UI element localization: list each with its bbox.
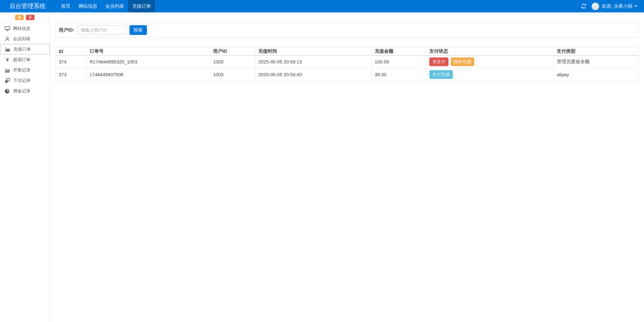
col-header-order-no: 订单号	[86, 48, 210, 55]
sidebar-item-label: 开奖记录	[13, 67, 30, 73]
monitor-icon	[5, 26, 10, 31]
cell-user-id: 1003	[210, 55, 255, 68]
brand-title: 后台管理系统	[0, 0, 46, 13]
welcome-text: 欢迎, 永夜小组	[602, 3, 632, 9]
nav-tab-recharge-orders[interactable]: 充值订单	[128, 0, 155, 13]
status-badge: 支付完成	[429, 70, 453, 79]
cell-order-no: 1746449407506	[86, 68, 210, 81]
cell-amount: 38.00	[372, 68, 426, 81]
nav-tab-site-info[interactable]: 网站信息	[74, 0, 101, 13]
trash-icon	[28, 16, 32, 19]
sidebar-item-label: 充值订单	[14, 46, 31, 52]
search-button[interactable]: 搜索	[129, 25, 147, 35]
yen-icon: ¥	[5, 57, 10, 63]
sidebar-item-recharge-orders[interactable]: 充值订单	[0, 44, 50, 54]
table-row: 374R174644995320_100310032025-05-05 20:5…	[56, 55, 638, 68]
home-button[interactable]	[15, 15, 24, 20]
sidebar-menu: 网站信息 会员列表 充值订单	[0, 23, 50, 96]
sidebar-item-member-list[interactable]: 会员列表	[0, 34, 50, 44]
cell-amount: 100.00	[372, 55, 426, 68]
col-header-recharge-time: 充值时间	[255, 48, 372, 55]
navbar-right: 欢迎, 永夜小组	[581, 0, 644, 13]
cell-pay-type: 管理员更改余额	[554, 55, 638, 68]
cell-user-id: 1003	[210, 68, 255, 81]
col-header-id: ID	[56, 48, 86, 55]
sidebar-item-commission-records[interactable]: 佣金记录	[0, 86, 50, 96]
user-menu[interactable]: 欢迎, 永夜小组	[602, 3, 637, 9]
top-navbar: 后台管理系统 首页 网站信息 会员列表 充值订单	[0, 0, 644, 13]
home-icon	[18, 16, 21, 19]
cell-recharge-time: 2025-05-05 20:50:40	[255, 68, 372, 81]
pie-chart-icon	[5, 88, 10, 94]
sidebar-item-label: 下注记录	[13, 77, 30, 83]
nav-tab-member-list[interactable]: 会员列表	[101, 0, 128, 13]
app-window: 后台管理系统 首页 网站信息 会员列表 充值订单	[0, 0, 644, 322]
cell-id: 374	[56, 55, 86, 68]
area-chart-icon	[5, 47, 10, 52]
user-icon	[5, 36, 10, 42]
col-header-pay-status: 支付状态	[426, 48, 554, 55]
delete-button[interactable]	[26, 15, 34, 20]
orders-table: ID 订单号 用户ID 充值时间 充值金额 支付状态 支付类型 374R1746…	[55, 47, 639, 81]
status-badge: 未支付	[429, 58, 448, 66]
col-header-user-id: 用户ID	[210, 48, 255, 55]
nav-tab-home[interactable]: 首页	[57, 0, 74, 13]
orders-table-body: 374R174644995320_100310032025-05-05 20:5…	[56, 55, 638, 81]
cell-pay-status: 支付完成	[426, 68, 554, 81]
refresh-icon[interactable]	[581, 3, 587, 9]
col-header-amount: 充值金额	[372, 48, 426, 55]
sidebar-item-lottery-records[interactable]: 开奖记录	[0, 65, 50, 75]
avatar[interactable]	[592, 3, 599, 10]
sidebar-item-label: 网站信息	[13, 25, 30, 31]
action-complete-button[interactable]: 操作完成	[451, 58, 474, 66]
bar-chart-icon	[5, 67, 10, 73]
sidebar-item-bet-records[interactable]: 下注记录	[0, 75, 50, 86]
sidebar-item-label: 会员列表	[13, 36, 30, 42]
nav-tabs: 首页 网站信息 会员列表 充值订单	[57, 0, 155, 13]
user-id-input[interactable]	[77, 25, 126, 35]
caret-down-icon	[634, 5, 637, 7]
cell-recharge-time: 2025-05-05 20:59:13	[255, 55, 372, 68]
col-header-pay-type: 支付类型	[554, 48, 638, 55]
cell-id: 373	[56, 68, 86, 81]
search-panel: 用户ID: 搜索	[55, 22, 639, 38]
cell-order-no: R174644995320_1003	[86, 55, 210, 68]
sidebar-item-label: 提现订单	[13, 57, 30, 63]
sidebar-item-withdraw-orders[interactable]: ¥ 提现订单	[0, 54, 50, 65]
cell-pay-type: alipay	[554, 68, 638, 81]
cell-pay-status: 未支付操作完成	[426, 55, 554, 68]
main-content: 用户ID: 搜索 ID 订单号 用户ID 充值时间 充值金额 支付状态	[50, 13, 644, 322]
sidebar-item-label: 佣金记录	[13, 88, 30, 94]
table-header-row: ID 订单号 用户ID 充值时间 充值金额 支付状态 支付类型	[56, 48, 638, 55]
table-row: 373174644940750610032025-05-05 20:50:403…	[56, 68, 638, 81]
user-id-label: 用户ID:	[59, 27, 74, 33]
sidebar-item-site-info[interactable]: 网站信息	[0, 23, 50, 34]
sidebar: 网站信息 会员列表 充值订单	[0, 13, 50, 322]
duplicate-icon	[5, 78, 10, 83]
